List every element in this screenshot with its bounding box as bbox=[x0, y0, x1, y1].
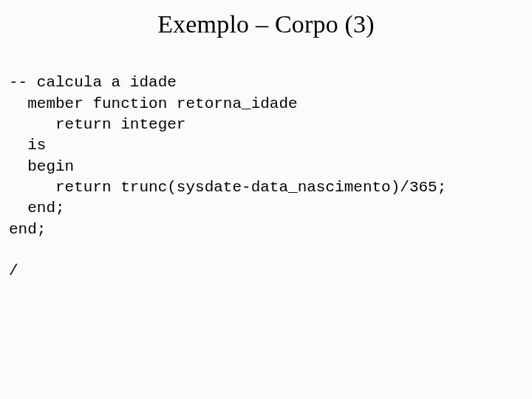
code-line: return trunc(sysdate-data_nascimento)/36… bbox=[9, 179, 446, 196]
code-line: member function retorna_idade bbox=[9, 95, 298, 112]
code-line: / bbox=[9, 262, 18, 279]
code-line: -- calcula a idade bbox=[9, 74, 177, 91]
code-line: end; bbox=[9, 221, 46, 238]
slide-title: Exemplo – Corpo (3) bbox=[9, 10, 523, 38]
code-line: end; bbox=[9, 200, 65, 216]
code-line: return integer bbox=[9, 116, 185, 133]
slide: Exemplo – Corpo (3) -- calcula a idade m… bbox=[0, 0, 532, 399]
code-line: is bbox=[9, 137, 46, 154]
code-line: begin bbox=[9, 158, 74, 175]
code-block: -- calcula a idade member function retor… bbox=[9, 52, 523, 282]
